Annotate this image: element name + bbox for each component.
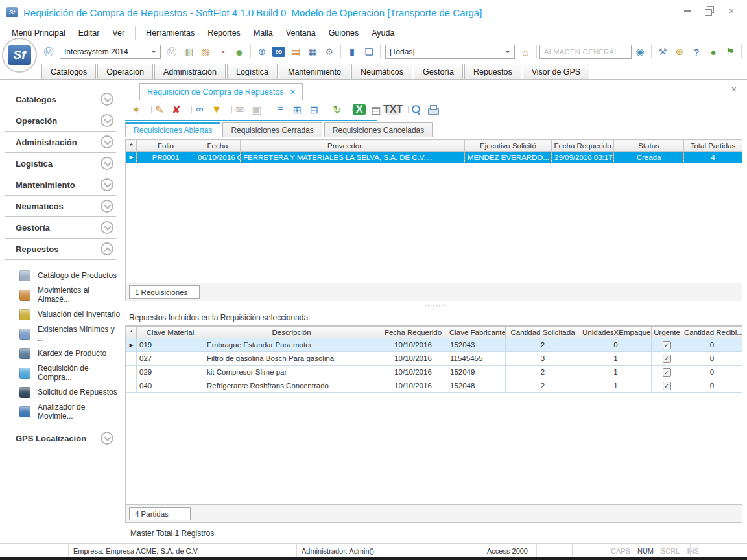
sidebar-item[interactable]: Requisición de Compra... [19, 363, 123, 382]
export-excel-icon[interactable]: X [353, 104, 366, 115]
document-tab[interactable]: Requisición de Compra de Repuestos × [139, 83, 303, 100]
menu-item[interactable]: Ventana [279, 26, 322, 40]
delete-icon[interactable]: ✘ [169, 102, 184, 117]
column-header[interactable]: * [126, 327, 137, 338]
module-tab[interactable]: Catálogos [42, 64, 96, 79]
tab-close-icon[interactable]: × [290, 87, 296, 97]
refresh-icon[interactable]: ↻ [329, 102, 345, 117]
sidebar-section[interactable]: Neumáticos [5, 196, 116, 217]
menu-item[interactable]: Reportes [201, 26, 247, 40]
profile-combobox[interactable]: Interasystem 2014 [60, 45, 161, 59]
module-tab[interactable]: Operación [97, 64, 153, 79]
column-header[interactable]: UnidadesXEmpaque [580, 327, 652, 338]
export-txt-icon[interactable]: TXT [386, 104, 399, 115]
sidebar-item[interactable]: Existencias Mínimos y ... [19, 324, 123, 344]
column-header[interactable]: * [126, 140, 137, 152]
urgente-checkbox[interactable]: ✓ [663, 368, 671, 377]
collapse-nodes-icon[interactable]: ⊟ [306, 102, 322, 117]
sidebar-section[interactable]: Repuestos [5, 239, 116, 260]
sidebar-item[interactable]: Analizador de Movimie... [19, 402, 123, 421]
menu-item[interactable]: Guiones [322, 26, 366, 40]
column-header[interactable]: Urgente [652, 327, 682, 338]
home-icon[interactable]: ⌂ [517, 45, 533, 59]
gear-icon[interactable]: ⚙ [322, 45, 337, 59]
urgente-checkbox[interactable]: ✓ [663, 341, 671, 349]
mail-icon[interactable]: ✉ [232, 102, 248, 117]
book-icon[interactable]: ▮ [344, 45, 360, 59]
sidebar-item[interactable]: Solicitud de Repuestos [19, 382, 123, 402]
warehouse-input[interactable] [540, 45, 632, 59]
edit-icon[interactable]: ✎ [152, 102, 167, 117]
windows-icon[interactable]: ❏ [361, 45, 377, 59]
subtab[interactable]: Requisiciones Abiertas [125, 122, 220, 137]
wizard-icon[interactable]: ✶ [128, 102, 144, 117]
module-tab[interactable]: Mantenimiento [279, 64, 350, 79]
column-header[interactable]: Cantidad Solicitada [506, 327, 580, 338]
column-header[interactable]: Total Partidas [684, 140, 742, 152]
bug-icon[interactable]: ● [706, 45, 721, 59]
users-group-icon[interactable]: ☻ [231, 45, 247, 59]
column-header[interactable]: Clave Fabricante [447, 327, 506, 338]
panel-close-icon[interactable]: × [731, 84, 737, 95]
column-header[interactable]: Fecha Requerido [552, 140, 614, 152]
column-header[interactable]: Fecha [195, 140, 241, 152]
expand-nodes-icon[interactable]: ⊞ [289, 102, 305, 117]
menu-item[interactable]: Herramientas [135, 26, 201, 40]
help-icon[interactable]: ? [689, 45, 704, 59]
column-header[interactable]: Descripción [204, 327, 379, 338]
clipboard-icon[interactable]: ▤ [288, 45, 303, 59]
sidebar-section[interactable]: Catálogos [5, 89, 116, 110]
sidebar-section-gps[interactable]: GPS Localización [5, 428, 116, 449]
m-badge-icon[interactable]: Ⓜ [41, 45, 56, 59]
export-image-icon[interactable]: ▤ [368, 102, 384, 117]
module-tab[interactable]: Visor de GPS [523, 64, 590, 79]
subtab[interactable]: Requisiciones Cerradas [222, 122, 322, 137]
module-tab[interactable]: Gestoría [414, 64, 463, 79]
column-header[interactable]: Ejecutivo Solicitó [465, 140, 552, 152]
sidebar-section[interactable]: Operación [5, 110, 116, 132]
module-tab[interactable]: Logística [227, 64, 278, 79]
menu-item[interactable]: Editar [72, 26, 106, 40]
dashboard-gauge-icon[interactable]: ◔ [215, 45, 230, 59]
menu-item[interactable]: Ver [106, 26, 131, 40]
column-header[interactable]: Status [614, 140, 684, 152]
urgente-checkbox[interactable]: ✓ [663, 382, 671, 390]
table-icon[interactable]: ▦ [305, 45, 320, 59]
subtab[interactable]: Requisiciones Canceladas [324, 122, 433, 137]
item-row[interactable]: 027 Filtro de gasolina Bosch Para gasoli… [126, 352, 742, 366]
scope-combobox[interactable]: [Todas] [385, 45, 515, 59]
item-row[interactable]: 029 kit Compresor Slime par 10/10/2016 1… [126, 366, 742, 379]
column-header[interactable]: Clave Material [137, 327, 204, 338]
requisition-row[interactable]: ▶ PR0001 06/10/2016 03:09... FERRETERA Y… [126, 152, 742, 163]
paste-icon[interactable]: ▣ [249, 102, 265, 117]
column-header[interactable] [449, 140, 465, 152]
tree-view-icon[interactable]: ≡ [272, 102, 288, 117]
sidebar-item[interactable]: Valuación del Inventario [19, 305, 123, 324]
sidebar-item[interactable]: Kardex de Producto [19, 344, 123, 363]
print-preview-icon[interactable] [409, 102, 424, 117]
print-icon[interactable] [425, 102, 441, 117]
sidebar-section[interactable]: Gestoría [5, 217, 116, 239]
urgente-checkbox[interactable]: ✓ [663, 355, 671, 363]
module-tab[interactable]: Neumáticos [351, 64, 412, 79]
search-binoculars-icon[interactable]: ∞ [192, 102, 208, 117]
column-header[interactable]: Fecha Requerido [379, 327, 447, 338]
item-row[interactable]: ▶ 019 Embrague Estandar Para motor 10/10… [126, 338, 742, 352]
menu-item[interactable]: Ayuda [365, 26, 401, 40]
column-header[interactable]: Proveedor [241, 140, 449, 152]
menu-item[interactable]: Malla [247, 26, 279, 40]
module-tab[interactable]: Administración [154, 64, 226, 79]
m-badge-disabled-icon[interactable]: Ⓜ [164, 45, 180, 59]
coins-icon[interactable]: ⊛ [672, 45, 687, 59]
archive-cabinet-icon[interactable]: ▥ [181, 45, 196, 59]
column-header[interactable]: Cantidad Recibi... [682, 327, 742, 338]
item-row[interactable]: 040 Refrigerante Roshfrans Concentrado 1… [126, 379, 742, 393]
badge-99-icon[interactable]: 99 [272, 47, 285, 57]
minimize-button[interactable] [681, 5, 694, 17]
sidebar-item[interactable]: Catálogo de Productos [19, 266, 123, 285]
splitter-handle[interactable] [124, 301, 747, 310]
close-button[interactable]: × [725, 5, 738, 17]
filter-icon[interactable]: ▼ [209, 102, 224, 117]
note-add-icon[interactable]: ⊕ [254, 45, 270, 59]
sidebar-section[interactable]: Administración [5, 132, 116, 153]
